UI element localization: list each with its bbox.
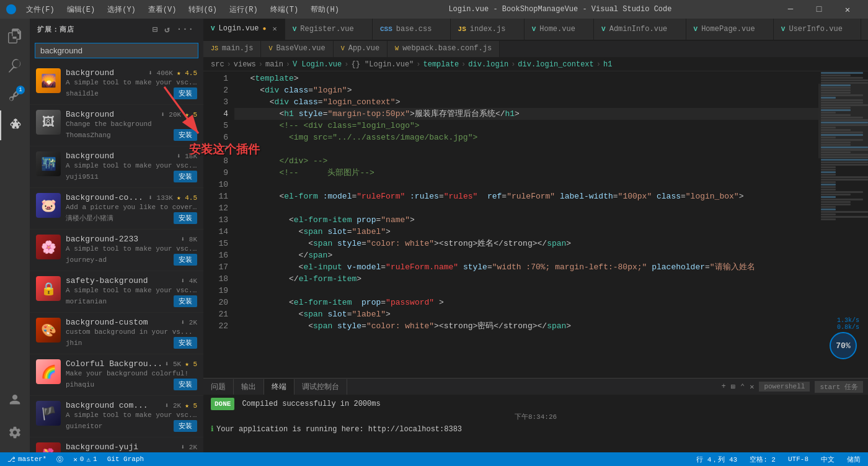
tab-close-icon[interactable]: ✕ (582, 24, 586, 34)
tab-close-icon[interactable]: ✕ (272, 24, 277, 34)
spaces[interactable]: 空格: 2 (747, 455, 778, 464)
install-button[interactable]: 安装 (174, 87, 197, 99)
close-button[interactable]: ✕ (833, 0, 862, 19)
terminal-add-icon[interactable]: + (721, 382, 725, 391)
menu-edit[interactable]: 编辑(E) (62, 3, 100, 16)
menu-terminal[interactable]: 终端(T) (265, 3, 304, 16)
editor-tab[interactable]: V UserInfo.vue✕ (774, 19, 861, 40)
tab-close-icon[interactable]: ✕ (438, 24, 442, 34)
menu-help[interactable]: 帮助(H) (306, 3, 344, 16)
encoding[interactable]: UTF-8 (786, 455, 811, 463)
tab-close-icon[interactable]: ✕ (673, 24, 678, 34)
extension-item[interactable]: 🔒 safety-background ⬇ 4K A simple tool t… (30, 271, 203, 313)
activity-extensions[interactable] (0, 110, 30, 140)
ext-desc: A simple tool to make your vsc... (66, 287, 197, 294)
editor-tab[interactable]: V Register.vue✕ (285, 19, 373, 40)
extension-item[interactable]: 🌸 background-2233 ⬇ 8K A simple tool to … (30, 230, 203, 271)
ext-name: Background (66, 110, 114, 119)
editor-tab[interactable]: V AdminInfo.vue✕ (594, 19, 686, 40)
bc-div-login-context[interactable]: div.login_context (518, 60, 593, 69)
tab-close-icon[interactable]: ✕ (360, 24, 365, 34)
tab-label: UserInfo.vue (789, 25, 842, 34)
activity-explorer[interactable] (0, 21, 30, 51)
minimize-button[interactable]: ─ (776, 0, 805, 19)
menu-select[interactable]: 选择(Y) (102, 3, 141, 16)
bc-template[interactable]: template (423, 60, 459, 69)
tab-debug[interactable]: 调试控制台 (294, 379, 347, 395)
extension-item[interactable]: 🎨 background-custom ⬇ 2K custom backgrou… (30, 313, 203, 354)
status-bar: ⎇ master* ⓪ ✕ 0 ⚠ 1 Git Graph 行 4，列 43 空… (0, 452, 868, 466)
powershell-label[interactable]: powershell (759, 382, 810, 392)
install-button[interactable]: 安装 (174, 171, 197, 182)
activity-account[interactable] (0, 385, 30, 415)
language[interactable]: 储简 (844, 455, 863, 464)
install-button[interactable]: 安装 (174, 379, 197, 390)
tab-terminal[interactable]: 终端 (264, 379, 294, 395)
install-button[interactable]: 安装 (174, 337, 197, 349)
editor-tab[interactable]: V Home.vue✕ (525, 19, 594, 40)
editor-tab[interactable]: V test.vue✕ (861, 19, 868, 40)
git-graph-btn[interactable]: Git Graph (105, 455, 146, 463)
code-line: <el-form-item prop="name"> (234, 214, 818, 226)
tab-close-icon[interactable]: ✕ (849, 24, 853, 34)
tab-close-icon[interactable]: ✕ (761, 24, 766, 34)
git-branch[interactable]: ⎇ master* (5, 455, 49, 464)
secondary-tab[interactable]: JS main.js (203, 40, 261, 57)
bc-views[interactable]: views (234, 60, 256, 69)
terminal-max-icon[interactable]: ⌃ (740, 382, 745, 392)
branch-name: master* (18, 455, 46, 463)
extension-item[interactable]: 🌄 background ⬇ 406K ★ 4.5 A simple tool … (30, 63, 203, 105)
secondary-tab[interactable]: W webpack.base.conf.js (388, 40, 500, 57)
editor-tab[interactable]: V Login.vue●✕ (203, 19, 285, 40)
bc-main[interactable]: main (265, 60, 283, 69)
line-ending[interactable]: 中文 (818, 455, 837, 464)
row-col[interactable]: 行 4，列 43 (694, 455, 740, 464)
terminal-close-icon[interactable]: ✕ (750, 382, 754, 392)
extension-item[interactable]: 🐷 background-co... ⬇ 133K ★ 4.5 Add a pi… (30, 188, 203, 230)
ext-stats: ⬇ 18K (177, 152, 197, 160)
extension-item[interactable]: 🌃 background ⬇ 18K A simple tool to make… (30, 146, 203, 188)
menu-file[interactable]: 文件(F) (21, 3, 60, 16)
secondary-tab[interactable]: V App.vue (334, 40, 388, 57)
bc-braces[interactable]: {} "Login.vue" (351, 60, 414, 69)
install-button[interactable]: 安装 (174, 420, 197, 432)
install-button[interactable]: 安装 (174, 295, 197, 307)
install-button[interactable]: 安装 (174, 129, 197, 141)
bc-login-vue[interactable]: V Login.vue (293, 60, 342, 69)
extension-item[interactable]: 🏴 background com... ⬇ 2K ★ 5 A simple to… (30, 396, 203, 437)
sync-status[interactable]: ⓪ (54, 455, 66, 464)
editor-tab[interactable]: CSS base.css✕ (373, 19, 451, 40)
app-body: 1 扩展：商店 ⊟ ↺ ··· 🌄 (0, 19, 868, 452)
extension-item[interactable]: 🖼 Background ⬇ 20K ★ 5 Change the backgr… (30, 105, 203, 146)
install-button[interactable]: 安装 (174, 212, 197, 224)
start-task-label[interactable]: start 任务 (815, 381, 863, 393)
secondary-tab[interactable]: V BaseVue.vue (261, 40, 333, 57)
code-line: <el-form :model="ruleForm" :rules="rules… (234, 190, 818, 202)
menu-goto[interactable]: 转到(G) (184, 3, 222, 16)
errors-status[interactable]: ✕ 0 ⚠ 1 (71, 455, 99, 464)
activity-git[interactable]: 1 (0, 81, 30, 110)
editor-tab[interactable]: V HomePage.vue✕ (686, 19, 774, 40)
menu-view[interactable]: 查看(V) (143, 3, 182, 16)
install-button[interactable]: 安装 (174, 254, 197, 266)
code-area[interactable]: <template> <div class="login"> <div clas… (234, 71, 818, 378)
bc-src[interactable]: src (211, 60, 224, 69)
menu-run[interactable]: 运行(R) (224, 3, 263, 16)
overflow-icon[interactable]: ··· (175, 23, 196, 36)
tab-close-icon[interactable]: ✕ (512, 24, 516, 34)
activity-search[interactable] (0, 51, 30, 81)
terminal-split-icon[interactable]: ⊞ (731, 382, 735, 392)
filter-icon[interactable]: ⊟ (151, 23, 160, 36)
bc-div-login[interactable]: div.login (468, 60, 508, 69)
refresh-icon[interactable]: ↺ (162, 23, 172, 36)
activity-settings[interactable] (0, 418, 30, 447)
tab-problems[interactable]: 问题 (203, 379, 234, 395)
extension-item[interactable]: 🌺 background-yuji ⬇ 2K A simple tool to … (30, 437, 203, 452)
tab-output[interactable]: 输出 (234, 379, 264, 395)
ext-info: background ⬇ 18K A simple tool to make y… (66, 151, 197, 182)
extension-item[interactable]: 🌈 Colorful Backgrou... ⬇ 5K ★ 5 Make you… (30, 354, 203, 396)
maximize-button[interactable]: □ (805, 0, 833, 19)
bc-h1[interactable]: h1 (603, 60, 612, 69)
editor-tab[interactable]: JS index.js✕ (451, 19, 525, 40)
search-input[interactable] (35, 43, 198, 58)
